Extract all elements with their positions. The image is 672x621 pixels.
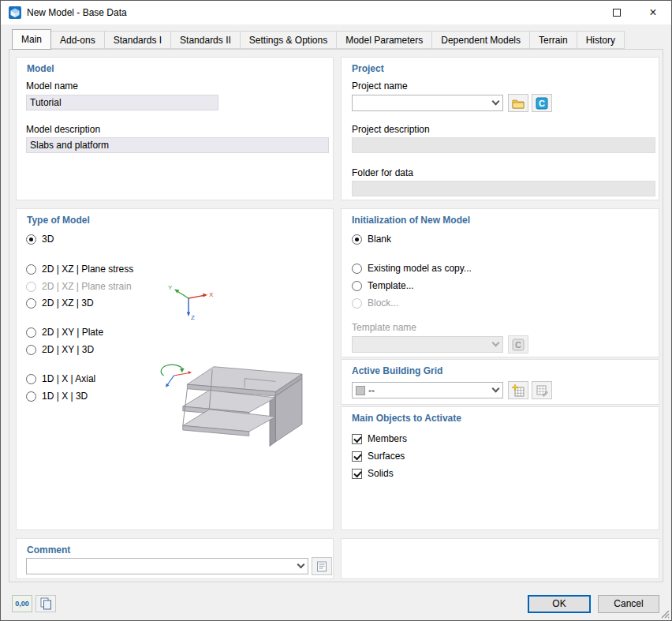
radio-2d-xz-plane-strain: 2D | XZ | Plane strain — [26, 281, 132, 292]
radio-label: 1D | X | Axial — [42, 373, 95, 384]
initialization-group: Initialization of New Model Blank Existi… — [341, 208, 659, 357]
template-name-label: Template name — [352, 322, 416, 333]
tab-add-ons[interactable]: Add-ons — [50, 31, 105, 49]
radio-template[interactable]: Template... — [352, 280, 414, 291]
project-description-input — [352, 137, 655, 153]
footer: 0,00 OK Cancel — [1, 582, 672, 621]
project-name-combo[interactable] — [352, 95, 503, 111]
close-button[interactable]: × — [635, 1, 671, 24]
tab-standards-2[interactable]: Standards II — [170, 31, 241, 49]
units-decimals-button[interactable]: 0,00 — [12, 595, 32, 612]
model-description-input[interactable]: Slabs and platform — [26, 137, 329, 153]
radio-dot — [26, 345, 36, 355]
radio-label: 2D | XZ | Plane stress — [42, 264, 133, 275]
chevron-down-icon — [293, 559, 308, 574]
empty-panel — [341, 538, 659, 579]
decimals-icon: 0,00 — [15, 600, 29, 608]
tab-bar: Main Add-ons Standards I Standards II Se… — [12, 30, 625, 49]
main-objects-group: Main Objects to Activate Members Surface… — [341, 406, 659, 530]
radio-label: 2D | XZ | 3D — [42, 297, 94, 309]
radio-label: 2D | XY | Plate — [42, 327, 103, 338]
checkbox-label: Surfaces — [368, 451, 405, 462]
radio-label: 2D | XY | 3D — [42, 344, 94, 355]
radio-label: 2D | XZ | Plane strain — [42, 281, 132, 292]
model-name-input[interactable]: Tutorial — [26, 95, 218, 110]
checkbox — [352, 469, 362, 479]
radio-2d-xy-plate[interactable]: 2D | XY | Plate — [26, 327, 103, 338]
radio-label: Blank — [368, 234, 391, 245]
tab-settings-options[interactable]: Settings & Options — [240, 31, 337, 49]
new-model-dialog: New Model - Base Data × Model Model name… — [0, 0, 672, 621]
close-icon: × — [649, 6, 656, 19]
cancel-button[interactable]: Cancel — [598, 595, 659, 613]
building-grid-combo[interactable]: -- — [352, 382, 503, 398]
tab-page: Model Model name Tutorial Model descript… — [9, 49, 663, 582]
svg-text:X: X — [209, 291, 214, 298]
edit-building-grid-button[interactable] — [532, 381, 552, 399]
grid-color-swatch — [356, 386, 365, 395]
tab-terrain[interactable]: Terrain — [529, 31, 577, 49]
radio-2d-xz-3d[interactable]: 2D | XZ | 3D — [26, 297, 94, 309]
tab-history[interactable]: History — [577, 31, 625, 49]
radio-dot — [26, 391, 36, 402]
radio-label: Template... — [368, 280, 414, 291]
radio-3d[interactable]: 3D — [26, 234, 54, 245]
radio-dot — [352, 264, 362, 274]
radio-dot — [26, 298, 36, 309]
new-building-grid-button[interactable] — [508, 381, 528, 399]
radio-dot — [26, 282, 36, 292]
radio-2d-xz-plane-stress[interactable]: 2D | XZ | Plane stress — [26, 264, 133, 275]
tab-dependent-models[interactable]: Dependent Models — [431, 31, 530, 49]
radio-block: Block... — [352, 297, 398, 309]
chevron-down-icon — [488, 337, 502, 352]
building-grid-value: -- — [365, 385, 488, 396]
project-name-label: Project name — [352, 80, 408, 92]
new-grid-icon — [512, 384, 525, 397]
tab-main[interactable]: Main — [12, 29, 51, 50]
open-project-button[interactable] — [508, 94, 528, 112]
check-members[interactable]: Members — [352, 433, 407, 444]
copy-icon — [39, 597, 52, 610]
radio-dot — [26, 374, 36, 384]
comment-group: Comment — [16, 538, 334, 579]
project-manager-icon: C — [536, 97, 548, 110]
chevron-down-icon — [488, 95, 502, 110]
app-icon — [8, 6, 22, 20]
radio-1d-x-3d[interactable]: 1D | X | 3D — [26, 391, 88, 402]
radio-dot — [352, 298, 362, 309]
main-objects-title: Main Objects to Activate — [352, 413, 461, 424]
radio-existing-model-as-copy[interactable]: Existing model as copy... — [352, 263, 472, 274]
copy-settings-button[interactable] — [35, 595, 56, 612]
radio-label: Existing model as copy... — [368, 263, 472, 274]
template-name-combo — [352, 336, 503, 353]
open-folder-icon — [512, 98, 525, 109]
tab-model-parameters[interactable]: Model Parameters — [336, 31, 432, 49]
initialization-title: Initialization of New Model — [352, 215, 470, 226]
radio-label: 1D | X | 3D — [42, 391, 88, 402]
window-title: New Model - Base Data — [27, 7, 127, 18]
ok-button[interactable]: OK — [528, 595, 591, 613]
comment-notes-button[interactable] — [312, 557, 332, 575]
checkbox — [352, 451, 362, 462]
folder-for-data-input — [352, 181, 655, 196]
maximize-icon — [613, 9, 621, 17]
radio-blank[interactable]: Blank — [352, 234, 391, 245]
maximize-button[interactable] — [599, 1, 635, 24]
tab-standards-1[interactable]: Standards I — [104, 31, 171, 49]
check-solids[interactable]: Solids — [352, 468, 394, 479]
svg-text:C: C — [539, 99, 545, 108]
radio-1d-x-axial[interactable]: 1D | X | Axial — [26, 373, 95, 384]
project-manager-button[interactable]: C — [532, 94, 552, 112]
titlebar: New Model - Base Data × — [1, 1, 671, 24]
radio-2d-xy-3d[interactable]: 2D | XY | 3D — [26, 344, 94, 355]
edit-grid-icon — [536, 384, 548, 397]
project-description-label: Project description — [352, 124, 430, 135]
type-of-model-title: Type of Model — [27, 215, 90, 226]
template-manager-icon: C — [512, 339, 525, 351]
model-name-label: Model name — [26, 80, 78, 92]
check-surfaces[interactable]: Surfaces — [352, 451, 405, 462]
comment-combo[interactable] — [26, 558, 308, 574]
template-manager-button: C — [508, 335, 528, 354]
type-of-model-group: Type of Model 3D 2D | XZ | Plane stress … — [16, 208, 334, 530]
resize-grip[interactable] — [659, 608, 670, 619]
